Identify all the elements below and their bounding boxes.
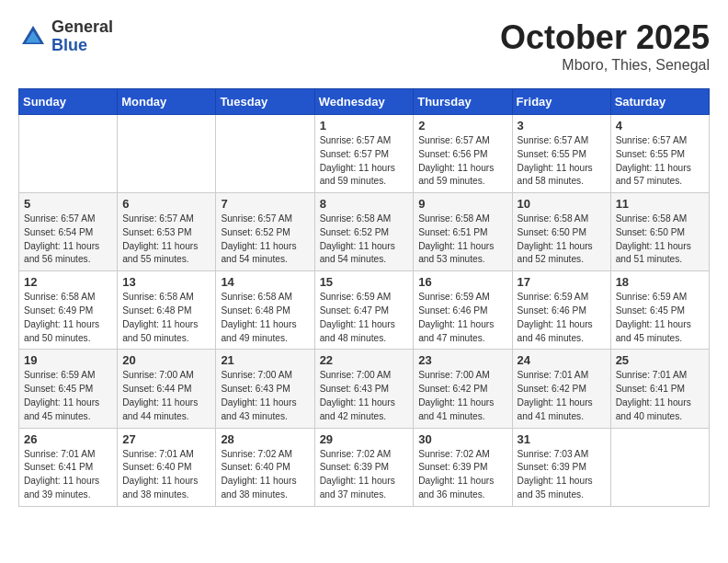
day-info: Sunrise: 6:57 AM Sunset: 6:52 PM Dayligh… [221,213,309,267]
day-number: 31 [518,432,606,446]
day-number: 20 [122,353,210,367]
day-info: Sunrise: 6:58 AM Sunset: 6:48 PM Dayligh… [122,291,210,345]
day-number: 13 [122,275,210,289]
calendar-cell: 26Sunrise: 7:01 AM Sunset: 6:41 PM Dayli… [19,428,118,506]
calendar-cell: 27Sunrise: 7:01 AM Sunset: 6:40 PM Dayli… [118,428,216,506]
day-number: 24 [518,353,606,367]
day-info: Sunrise: 6:58 AM Sunset: 6:49 PM Dayligh… [24,291,112,345]
day-number: 5 [24,197,112,211]
calendar-cell: 1Sunrise: 6:57 AM Sunset: 6:57 PM Daylig… [314,115,414,193]
day-number: 12 [24,275,112,289]
calendar-cell: 3Sunrise: 6:57 AM Sunset: 6:55 PM Daylig… [512,115,610,193]
day-info: Sunrise: 6:57 AM Sunset: 6:55 PM Dayligh… [616,134,704,189]
weekday-header: Thursday [414,89,512,115]
day-number: 25 [616,353,704,367]
day-info: Sunrise: 7:03 AM Sunset: 6:39 PM Dayligh… [518,448,606,502]
calendar-cell [610,428,709,506]
day-number: 21 [221,353,309,367]
day-info: Sunrise: 6:58 AM Sunset: 6:48 PM Dayligh… [221,291,309,345]
day-info: Sunrise: 6:59 AM Sunset: 6:45 PM Dayligh… [616,291,704,345]
calendar-cell: 24Sunrise: 7:01 AM Sunset: 6:42 PM Dayli… [512,350,610,428]
day-info: Sunrise: 6:57 AM Sunset: 6:53 PM Dayligh… [122,213,210,267]
calendar-header-row: SundayMondayTuesdayWednesdayThursdayFrid… [19,89,710,115]
calendar-cell: 11Sunrise: 6:58 AM Sunset: 6:50 PM Dayli… [610,193,709,271]
calendar-cell: 9Sunrise: 6:58 AM Sunset: 6:51 PM Daylig… [414,193,512,271]
location-label: Mboro, Thies, Senegal [500,57,710,74]
day-info: Sunrise: 6:59 AM Sunset: 6:45 PM Dayligh… [24,369,112,423]
calendar-week-row: 5Sunrise: 6:57 AM Sunset: 6:54 PM Daylig… [19,193,710,271]
calendar-cell [118,115,216,193]
calendar-cell: 8Sunrise: 6:58 AM Sunset: 6:52 PM Daylig… [314,193,414,271]
logo-general: General [51,18,113,37]
calendar-cell: 20Sunrise: 7:00 AM Sunset: 6:44 PM Dayli… [118,350,216,428]
month-year-title: October 2025 [500,18,710,57]
day-number: 23 [418,353,506,367]
calendar-cell [216,115,314,193]
logo-icon [18,22,48,52]
calendar-table: SundayMondayTuesdayWednesdayThursdayFrid… [18,88,710,507]
day-number: 29 [320,432,409,446]
day-info: Sunrise: 7:02 AM Sunset: 6:39 PM Dayligh… [320,448,409,502]
calendar-cell: 12Sunrise: 6:58 AM Sunset: 6:49 PM Dayli… [19,271,118,350]
calendar-cell [19,115,118,193]
logo-blue: Blue [51,37,113,55]
day-number: 19 [24,353,112,367]
day-number: 30 [418,432,506,446]
day-number: 9 [418,197,506,211]
calendar-cell: 2Sunrise: 6:57 AM Sunset: 6:56 PM Daylig… [414,115,512,193]
calendar-week-row: 12Sunrise: 6:58 AM Sunset: 6:49 PM Dayli… [19,271,710,350]
day-info: Sunrise: 6:58 AM Sunset: 6:50 PM Dayligh… [518,213,606,267]
day-number: 6 [122,197,210,211]
calendar-cell: 22Sunrise: 7:00 AM Sunset: 6:43 PM Dayli… [314,350,414,428]
day-info: Sunrise: 7:01 AM Sunset: 6:41 PM Dayligh… [616,369,704,423]
title-area: October 2025 Mboro, Thies, Senegal [500,18,710,74]
day-number: 2 [418,119,506,132]
day-info: Sunrise: 6:58 AM Sunset: 6:52 PM Dayligh… [320,213,409,267]
day-info: Sunrise: 7:00 AM Sunset: 6:43 PM Dayligh… [221,369,309,423]
calendar-cell: 16Sunrise: 6:59 AM Sunset: 6:46 PM Dayli… [414,271,512,350]
day-info: Sunrise: 6:57 AM Sunset: 6:54 PM Dayligh… [24,213,112,267]
calendar-cell: 10Sunrise: 6:58 AM Sunset: 6:50 PM Dayli… [512,193,610,271]
weekday-header: Wednesday [314,89,414,115]
day-info: Sunrise: 6:57 AM Sunset: 6:55 PM Dayligh… [518,134,606,189]
calendar-cell: 13Sunrise: 6:58 AM Sunset: 6:48 PM Dayli… [118,271,216,350]
day-number: 14 [221,275,309,289]
calendar-cell: 25Sunrise: 7:01 AM Sunset: 6:41 PM Dayli… [610,350,709,428]
day-info: Sunrise: 7:02 AM Sunset: 6:39 PM Dayligh… [418,448,506,502]
day-info: Sunrise: 6:57 AM Sunset: 6:56 PM Dayligh… [418,134,506,189]
weekday-header: Sunday [19,89,118,115]
calendar-cell: 7Sunrise: 6:57 AM Sunset: 6:52 PM Daylig… [216,193,314,271]
day-number: 17 [518,275,606,289]
day-info: Sunrise: 6:59 AM Sunset: 6:46 PM Dayligh… [418,291,506,345]
day-info: Sunrise: 6:58 AM Sunset: 6:50 PM Dayligh… [616,213,704,267]
day-info: Sunrise: 6:59 AM Sunset: 6:46 PM Dayligh… [518,291,606,345]
day-number: 18 [616,275,704,289]
calendar-cell: 18Sunrise: 6:59 AM Sunset: 6:45 PM Dayli… [610,271,709,350]
day-number: 11 [616,197,704,211]
calendar-cell: 5Sunrise: 6:57 AM Sunset: 6:54 PM Daylig… [19,193,118,271]
day-info: Sunrise: 7:02 AM Sunset: 6:40 PM Dayligh… [221,448,309,502]
day-info: Sunrise: 7:01 AM Sunset: 6:40 PM Dayligh… [122,448,210,502]
calendar-cell: 29Sunrise: 7:02 AM Sunset: 6:39 PM Dayli… [314,428,414,506]
weekday-header: Friday [512,89,610,115]
calendar-week-row: 1Sunrise: 6:57 AM Sunset: 6:57 PM Daylig… [19,115,710,193]
calendar-week-row: 26Sunrise: 7:01 AM Sunset: 6:41 PM Dayli… [19,428,710,506]
calendar-cell: 17Sunrise: 6:59 AM Sunset: 6:46 PM Dayli… [512,271,610,350]
calendar-cell: 30Sunrise: 7:02 AM Sunset: 6:39 PM Dayli… [414,428,512,506]
calendar-cell: 31Sunrise: 7:03 AM Sunset: 6:39 PM Dayli… [512,428,610,506]
day-info: Sunrise: 7:00 AM Sunset: 6:43 PM Dayligh… [320,369,409,423]
day-info: Sunrise: 6:57 AM Sunset: 6:57 PM Dayligh… [320,134,409,189]
calendar-cell: 19Sunrise: 6:59 AM Sunset: 6:45 PM Dayli… [19,350,118,428]
weekday-header: Tuesday [216,89,314,115]
day-info: Sunrise: 7:00 AM Sunset: 6:42 PM Dayligh… [418,369,506,423]
day-number: 16 [418,275,506,289]
calendar-cell: 15Sunrise: 6:59 AM Sunset: 6:47 PM Dayli… [314,271,414,350]
calendar-cell: 23Sunrise: 7:00 AM Sunset: 6:42 PM Dayli… [414,350,512,428]
day-number: 4 [616,119,704,132]
day-info: Sunrise: 7:01 AM Sunset: 6:42 PM Dayligh… [518,369,606,423]
calendar-week-row: 19Sunrise: 6:59 AM Sunset: 6:45 PM Dayli… [19,350,710,428]
weekday-header: Monday [118,89,216,115]
day-number: 10 [518,197,606,211]
calendar-cell: 14Sunrise: 6:58 AM Sunset: 6:48 PM Dayli… [216,271,314,350]
calendar-cell: 4Sunrise: 6:57 AM Sunset: 6:55 PM Daylig… [610,115,709,193]
